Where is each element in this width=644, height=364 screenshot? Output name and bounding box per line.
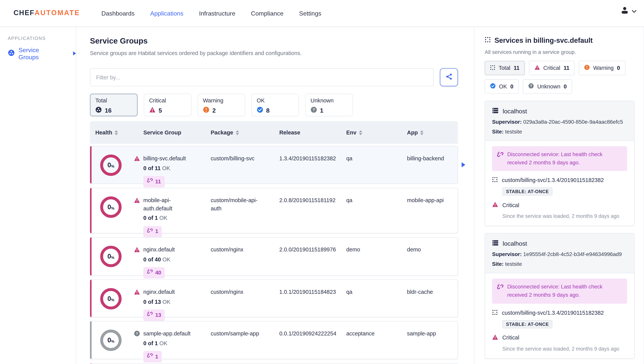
disconnected-badge: 1	[143, 226, 162, 237]
column-header-app[interactable]: App	[407, 129, 458, 136]
env-cell: acceptance	[346, 330, 407, 362]
panel-title-text: Services in billing-svc.default	[494, 37, 593, 45]
column-header-env[interactable]: Env	[346, 129, 407, 136]
column-header-package[interactable]: Package	[211, 129, 279, 136]
service-group-row[interactable]: 0% mobile-api-auth.default 0 of 1 OK 1 c…	[90, 188, 458, 233]
service-group-row[interactable]: 0% nginx.default 0 of 13 OK 13 custom/ng…	[90, 279, 458, 317]
chevron-down-icon	[632, 8, 637, 15]
status-filter-label: Warning	[203, 97, 240, 104]
app-cell: demo	[407, 246, 458, 278]
ok-icon	[257, 106, 263, 114]
person-icon	[620, 6, 629, 17]
nav-item-settings[interactable]: Settings	[299, 10, 321, 17]
app-cell: billing-backend	[407, 155, 458, 187]
sort-icon[interactable]	[114, 130, 118, 135]
service-group-row[interactable]: 0% nginx.default 0 of 40 OK 40 custom/ng…	[90, 237, 458, 276]
host-name: localhost	[503, 240, 527, 247]
health-cell: 0%	[97, 288, 143, 321]
service-status-text: Critical	[502, 334, 519, 340]
status-filter-warning[interactable]: Warning 2	[198, 94, 245, 116]
broken-link-icon	[147, 227, 153, 236]
warning-icon	[584, 65, 590, 71]
filter-input[interactable]	[90, 68, 434, 86]
disconnected-count: 1	[155, 353, 158, 360]
panel-filter-pills: Total11 Critical11 Warning0 OK0 ? Unknow…	[485, 61, 634, 94]
app-cell: bldr-cache	[407, 288, 458, 321]
selected-row-arrow-icon[interactable]	[462, 162, 465, 167]
svg-text:?: ?	[530, 84, 532, 88]
status-filter-count: 8	[266, 107, 270, 114]
ok-count: 0 of 1 OK	[143, 214, 211, 222]
nav-item-compliance[interactable]: Compliance	[251, 10, 284, 17]
status-filter-ok[interactable]: OK 8	[251, 94, 299, 116]
server-icon	[492, 240, 498, 248]
service-package: custom/billing-svc/1.3.4/20190115182382	[492, 177, 627, 184]
status-filter-count: 16	[105, 107, 112, 114]
status-filter-critical[interactable]: Critical 5	[144, 94, 192, 116]
status-filter-label: Unknown	[310, 97, 348, 104]
panel-filter-warning[interactable]: Warning0	[579, 61, 626, 75]
package-cell: custom/nginx	[211, 288, 266, 321]
health-cell: 0%	[97, 155, 143, 187]
svg-text:?: ?	[312, 108, 315, 112]
service-status-detail: Since the service was loaded, 2 months 9…	[502, 213, 627, 219]
sidebar-item-service-groups[interactable]: Service Groups	[8, 47, 76, 60]
service-group-row[interactable]	[90, 363, 458, 364]
service-host: localhost	[492, 240, 627, 248]
disconnected-alert-text: Disconnected service: Last health check …	[507, 283, 622, 299]
app-cell: sample-app	[407, 330, 458, 362]
panel-filter-ok[interactable]: OK0	[485, 79, 519, 94]
critical-icon	[134, 197, 140, 205]
status-filter-label: Critical	[149, 97, 186, 104]
share-button[interactable]	[440, 68, 458, 86]
sort-icon[interactable]	[236, 130, 239, 135]
supervisor-line: Supervisor: 029a3a8a-20ac-4590-850e-9a4a…	[492, 119, 627, 125]
disconnected-count: 11	[155, 178, 161, 185]
sidebar-expand-arrow-icon[interactable]	[73, 51, 76, 56]
user-menu[interactable]	[620, 6, 637, 17]
critical-icon	[492, 202, 498, 209]
share-icon	[445, 73, 453, 82]
service-group-cell: nginx.default 0 of 40 OK 40	[143, 246, 211, 278]
sidebar: APPLICATIONS Service Groups	[0, 27, 76, 364]
service-host: localhost	[492, 107, 627, 115]
broken-link-icon	[147, 178, 153, 186]
service-group-cell: nginx.default 0 of 13 OK 13	[143, 288, 211, 321]
channel-badge: STABLE: AT-ONCE	[502, 320, 552, 328]
sort-icon[interactable]	[359, 130, 362, 135]
panel-title: Services in billing-svc.default	[485, 37, 634, 45]
status-filter-total[interactable]: Total 16	[90, 94, 138, 116]
unknown-icon: ?	[528, 83, 534, 90]
status-filter-unknown[interactable]: Unknown ? 1	[305, 94, 353, 116]
package-cell: custom/mobile-api-auth	[211, 196, 266, 237]
chef-automate-logo[interactable]: CHEF AUTOMATE	[14, 9, 80, 17]
service-card-header: localhost Supervisor: 1e95554f-2cb8-4c52…	[485, 234, 634, 273]
unknown-icon: ?	[134, 330, 140, 338]
ok-icon	[490, 83, 496, 90]
column-header-health[interactable]: Health	[95, 129, 143, 136]
broken-link-icon	[497, 150, 504, 167]
service-group-row[interactable]: 0% ? sample-app.default 0 of 1 OK 1 cust…	[90, 321, 458, 359]
panel-filter-critical[interactable]: Critical11	[529, 61, 575, 75]
service-group-row[interactable]: 0% billing-svc.default 0 of 11 OK 11 cus…	[90, 146, 458, 184]
nav-item-applications[interactable]: Applications	[150, 10, 184, 17]
panel-filter-unknown[interactable]: ? Unknown0	[523, 79, 572, 94]
sort-icon[interactable]	[420, 130, 424, 135]
disconnected-count: 13	[155, 311, 161, 319]
nav-item-dashboards[interactable]: Dashboards	[102, 10, 134, 17]
disconnected-count: 1	[155, 228, 158, 235]
env-cell: qa	[346, 155, 407, 187]
status-filter-count: 1	[320, 107, 323, 114]
service-group-name: sample-app.default	[143, 330, 195, 338]
panel-filter-total[interactable]: Total11	[485, 61, 525, 75]
release-cell: 2.0.0/20190115189976	[279, 246, 346, 278]
health-ring: 0%	[100, 288, 122, 309]
services-grid-icon	[490, 65, 495, 71]
service-package-text: custom/billing-svc/1.3.4/20190115182382	[502, 177, 604, 183]
nav-items: Dashboards Applications Infrastructure C…	[102, 10, 322, 17]
disconnected-badge: 13	[143, 309, 165, 321]
disconnected-count: 40	[155, 269, 161, 277]
env-cell: qa	[346, 288, 407, 321]
nav-item-infrastructure[interactable]: Infrastructure	[199, 10, 235, 17]
service-group-name: nginx.default	[143, 246, 195, 254]
